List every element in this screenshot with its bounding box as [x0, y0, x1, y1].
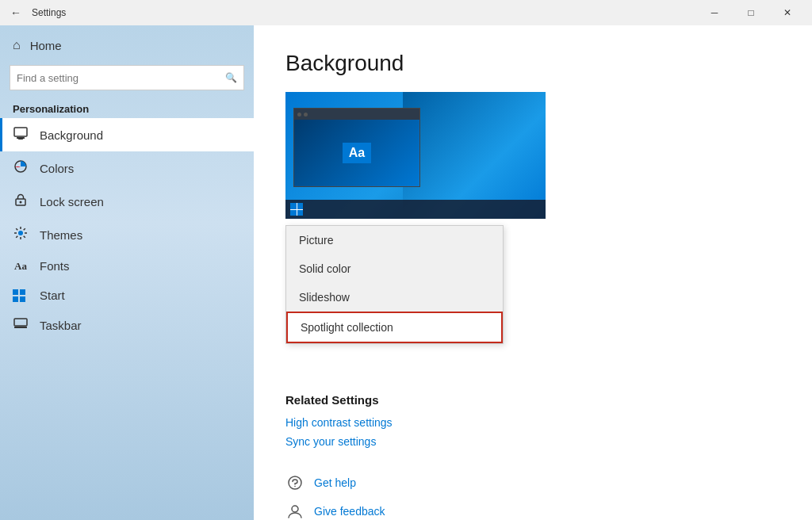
get-help-item[interactable]: Get help: [285, 473, 780, 492]
fonts-icon: Aa: [13, 260, 29, 273]
high-contrast-link[interactable]: High contrast settings: [285, 416, 780, 429]
home-label: Home: [30, 39, 62, 52]
window-mock-titlebar: [294, 109, 419, 120]
sidebar: ⌂ Home 🔍 Personalization Background: [0, 25, 254, 520]
feedback-icon: [285, 502, 304, 520]
sidebar-item-taskbar[interactable]: Taskbar: [0, 310, 254, 340]
maximize-button[interactable]: □: [733, 0, 769, 25]
dropdown-option-solid-color[interactable]: Solid color: [286, 254, 503, 283]
dropdown-menu: Picture Solid color Slideshow Spotlight …: [285, 225, 504, 344]
search-icon: 🔍: [225, 72, 237, 83]
window-mock-body: Aa: [294, 120, 419, 186]
svg-rect-1: [17, 137, 25, 139]
svg-rect-7: [14, 319, 27, 326]
related-settings-title: Related Settings: [285, 393, 780, 407]
sidebar-item-colors[interactable]: Colors: [0, 151, 254, 185]
window-dot-2: [304, 113, 308, 117]
titlebar-title: Settings: [32, 7, 696, 18]
sidebar-search[interactable]: 🔍: [10, 65, 244, 90]
sidebar-item-fonts[interactable]: Aa Fonts: [0, 251, 254, 281]
svg-point-5: [20, 201, 22, 204]
related-settings: Related Settings High contrast settings …: [285, 393, 780, 448]
close-button[interactable]: ✕: [769, 0, 806, 25]
background-icon: [13, 126, 29, 143]
sidebar-section-title: Personalization: [0, 97, 254, 118]
taskbar-icon: [13, 318, 29, 332]
back-button[interactable]: ←: [6, 3, 25, 22]
svg-point-6: [18, 231, 23, 235]
sidebar-lock-screen-label: Lock screen: [40, 195, 104, 208]
svg-rect-2: [18, 139, 23, 140]
svg-point-11: [292, 506, 298, 512]
minimize-button[interactable]: ─: [696, 0, 733, 25]
sync-settings-link[interactable]: Sync your settings: [285, 435, 780, 448]
search-input[interactable]: [17, 72, 225, 84]
svg-rect-0: [14, 128, 27, 136]
sidebar-item-home[interactable]: ⌂ Home: [0, 29, 254, 62]
sidebar-themes-label: Themes: [40, 228, 82, 242]
svg-point-10: [294, 486, 296, 488]
colors-icon: [13, 159, 29, 177]
background-preview: Aa: [285, 92, 546, 219]
preview-window: Aa: [293, 108, 420, 187]
dropdown-option-picture[interactable]: Picture: [286, 226, 503, 254]
sidebar-fonts-label: Fonts: [40, 259, 70, 273]
feedback-link[interactable]: Give feedback: [314, 505, 385, 518]
window-controls: ─ □ ✕: [696, 0, 806, 25]
page-title: Background: [285, 51, 780, 76]
titlebar: ← Settings ─ □ ✕: [0, 0, 812, 25]
main-layout: ⌂ Home 🔍 Personalization Background: [0, 25, 812, 520]
svg-point-9: [289, 476, 301, 489]
feedback-item[interactable]: Give feedback: [285, 502, 780, 520]
home-icon: ⌂: [13, 38, 21, 52]
content-area: Background Aa Picture: [254, 25, 812, 520]
help-section: Get help Give feedback: [285, 473, 780, 520]
get-help-link[interactable]: Get help: [314, 476, 356, 489]
dropdown-option-slideshow[interactable]: Slideshow: [286, 283, 503, 312]
lock-screen-icon: [13, 193, 29, 210]
sidebar-item-themes[interactable]: Themes: [0, 218, 254, 251]
taskbar-mock: [285, 200, 546, 219]
start-icon: [13, 289, 29, 302]
sidebar-colors-label: Colors: [40, 162, 74, 175]
svg-rect-8: [14, 327, 27, 328]
sidebar-item-background[interactable]: Background: [0, 118, 254, 151]
sidebar-background-label: Background: [40, 128, 103, 142]
sidebar-item-lock-screen[interactable]: Lock screen: [0, 185, 254, 218]
dropdown-option-spotlight[interactable]: Spotlight collection: [286, 312, 503, 343]
taskbar-start-icon: [290, 203, 303, 216]
sidebar-item-start[interactable]: Start: [0, 281, 254, 310]
sidebar-start-label: Start: [40, 289, 65, 302]
window-dot-1: [297, 113, 301, 117]
aa-text: Aa: [343, 143, 371, 163]
themes-icon: [13, 226, 29, 243]
sidebar-taskbar-label: Taskbar: [40, 319, 82, 332]
get-help-icon: [285, 473, 304, 492]
